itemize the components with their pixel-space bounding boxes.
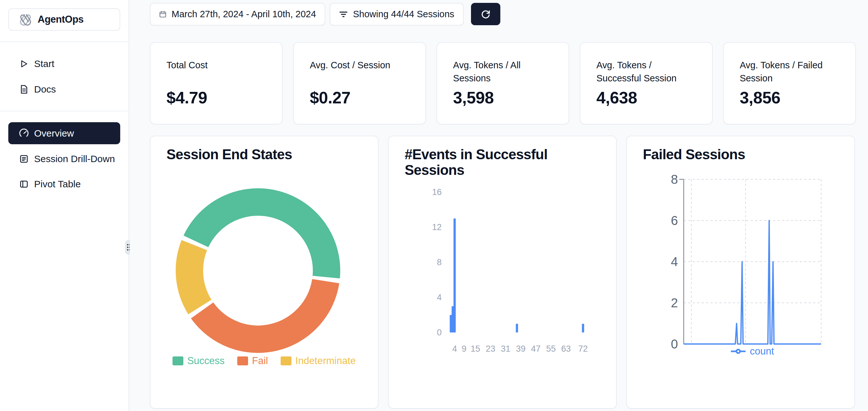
line-chart-legend: count [684,346,821,357]
y-tick-label: 12 [432,223,442,232]
stat-label: Avg. Tokens / Successful Session [596,59,695,85]
gauge-icon [19,128,29,139]
stat-label: Avg. Tokens / All Sessions [453,59,552,85]
legend-swatch [173,356,183,365]
logo[interactable]: AgentOps [8,8,120,31]
refresh-button[interactable] [471,3,500,25]
main-content: March 27th, 2024 - April 10th, 2024 Show… [130,0,868,411]
paperclip-logo-icon [19,12,33,27]
document-icon [19,84,29,95]
y-tick-label: 0 [671,337,678,351]
filter-icon [339,10,348,19]
stat-card-avg-tokens-failed: Avg. Tokens / Failed Session 3,856 [723,42,856,124]
stat-card-avg-tokens-all: Avg. Tokens / All Sessions 3,598 [437,42,569,124]
date-range-button[interactable]: March 27th, 2024 - April 10th, 2024 [150,3,325,26]
histogram-bar[interactable] [454,218,456,333]
legend-item-indeterminate[interactable]: Indeterminate [281,355,356,366]
sidebar-item-label: Session Drill-Down [34,153,115,164]
sidebar-item-label: Overview [34,128,74,139]
stat-card-avg-tokens-successful: Avg. Tokens / Successful Session 4,638 [580,42,712,124]
sidebar-divider-top [0,41,128,42]
x-tick-label: 23 [486,344,495,354]
sidebar: AgentOps Start Docs [0,0,129,411]
refresh-icon [480,8,491,20]
donut-segment-success[interactable] [196,202,327,277]
legend-swatch [237,356,248,365]
sidebar-item-label: Start [34,58,54,69]
topbar: March 27th, 2024 - April 10th, 2024 Show… [150,3,856,26]
panel-left-icon [19,179,29,189]
stat-label: Avg. Cost / Session [310,59,408,72]
histogram-bar[interactable] [516,324,518,333]
failed-sessions-line-chart[interactable]: 02468 [627,136,855,409]
y-tick-label: 0 [437,328,442,337]
sessions-filter-button[interactable]: Showing 44/44 Sessions [330,3,464,26]
app-title: AgentOps [38,14,84,25]
sidebar-divider-bottom [0,111,128,111]
failed-sessions-card: Failed Sessions 02468 count [626,136,855,409]
sidebar-item-label: Pivot Table [34,179,81,189]
sidebar-item-session-drill-down[interactable]: Session Drill-Down [0,145,128,173]
x-tick-label: 47 [531,344,540,354]
donut-legend: SuccessFailIndeterminate [151,355,378,366]
legend-item-fail[interactable]: Fail [237,355,268,366]
stat-value: $0.27 [310,88,410,107]
x-tick-label: 15 [471,344,480,354]
legend-label: Indeterminate [295,355,356,366]
donut-segment-indeterminate[interactable] [189,245,200,307]
legend-swatch [281,356,291,365]
session-end-states-donut-chart[interactable] [151,136,378,409]
stat-value: 3,856 [740,88,841,107]
x-tick-label: 39 [516,344,526,354]
date-range-label: March 27th, 2024 - April 10th, 2024 [172,9,316,20]
stats-row: Total Cost $4.79 Avg. Cost / Session $0.… [150,42,856,124]
count-legend-label[interactable]: count [750,346,774,357]
agentops-dashboard: AgentOps Start Docs [0,0,868,411]
stat-value: $4.79 [166,88,267,107]
count-line-series[interactable] [684,221,821,344]
x-tick-label: 55 [546,344,556,354]
charts-row: Session End States SuccessFailIndetermin… [150,136,856,409]
legend-label: Fail [252,355,268,366]
legend-label: Success [187,355,224,366]
sidebar-item-label: Docs [34,84,56,95]
play-icon [19,58,29,69]
donut-segment-fail[interactable] [202,281,326,339]
sessions-filter-label: Showing 44/44 Sessions [353,9,455,20]
count-legend-marker-icon [731,349,746,354]
y-tick-label: 8 [437,258,442,267]
stat-label: Total Cost [166,59,265,72]
x-tick-label: 4 [452,344,457,354]
y-tick-label: 4 [671,255,678,269]
histogram-bar[interactable] [582,324,584,333]
sidebar-item-docs[interactable]: Docs [0,77,128,102]
legend-item-success[interactable]: Success [173,355,224,366]
stat-label: Avg. Tokens / Failed Session [740,59,839,85]
y-tick-label: 16 [432,187,442,197]
calendar-icon [159,10,166,18]
sidebar-item-start[interactable]: Start [0,51,128,77]
x-tick-label: 72 [578,344,588,354]
events-histogram-card: #Events in Successful Sessions 048121649… [388,136,617,409]
x-tick-label: 31 [501,344,510,354]
sidebar-item-pivot-table[interactable]: Pivot Table [0,173,128,195]
x-tick-label: 63 [561,344,571,354]
stat-value: 4,638 [596,88,697,107]
file-text-icon [19,153,29,164]
y-tick-label: 4 [437,293,442,302]
x-tick-label: 9 [462,344,467,354]
stat-card-avg-cost-session: Avg. Cost / Session $0.27 [293,42,426,124]
session-end-states-card: Session End States SuccessFailIndetermin… [150,136,378,409]
y-tick-label: 8 [671,172,678,186]
y-tick-label: 2 [671,296,678,310]
events-bar-chart[interactable]: 0481216491523313947556372 [389,136,617,409]
stat-card-total-cost: Total Cost $4.79 [150,42,282,124]
y-tick-label: 6 [671,213,678,228]
sidebar-item-overview[interactable]: Overview [8,122,120,144]
stat-value: 3,598 [453,88,554,107]
